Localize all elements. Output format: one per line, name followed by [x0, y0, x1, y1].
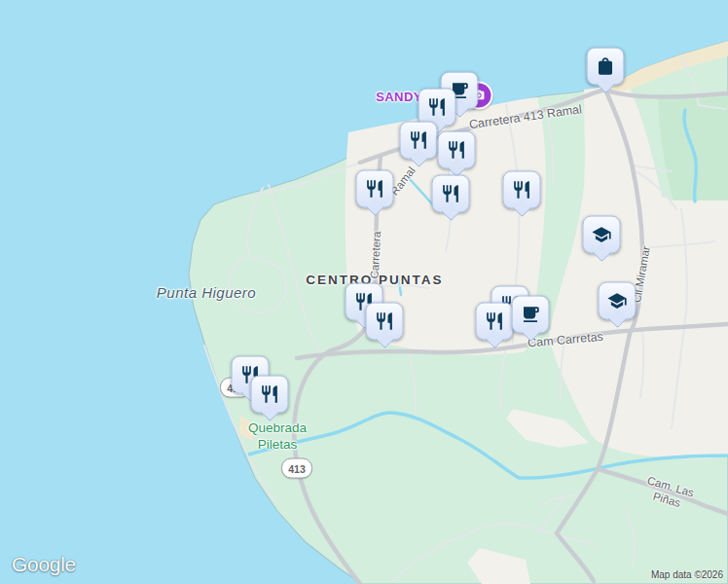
restaurant-marker[interactable]: [251, 376, 289, 414]
shopping-bag-icon: [596, 56, 616, 77]
map-attribution: Map data ©2026: [651, 569, 723, 580]
restaurant-marker[interactable]: [503, 171, 541, 209]
pin-tail: [592, 243, 611, 263]
restaurant-marker[interactable]: [476, 303, 514, 341]
cafe-marker[interactable]: [512, 296, 550, 334]
restaurant-marker[interactable]: [400, 122, 438, 160]
pin-tail: [260, 403, 279, 422]
pin-tail: [409, 149, 428, 168]
coffee-cup-icon: [521, 305, 541, 325]
restaurant-marker[interactable]: [356, 170, 394, 208]
fork-knife-icon: [441, 184, 461, 204]
fork-knife-icon: [512, 180, 532, 201]
fork-knife-icon: [365, 179, 385, 200]
pin-tail: [441, 202, 460, 222]
school-marker[interactable]: [599, 282, 637, 320]
graduation-cap-icon: [592, 225, 612, 245]
pin-tail: [512, 199, 531, 218]
school-marker[interactable]: [583, 216, 621, 254]
pin-tail: [596, 75, 615, 94]
restaurant-marker[interactable]: [366, 303, 404, 341]
pin-tail: [365, 198, 384, 217]
google-logo[interactable]: Google: [12, 553, 76, 576]
fork-knife-icon: [409, 130, 429, 151]
fork-knife-icon: [485, 311, 505, 332]
markers-layer: 413413: [0, 0, 728, 584]
fork-knife-icon: [375, 311, 395, 332]
fork-knife-icon: [427, 97, 448, 118]
restaurant-marker[interactable]: [438, 131, 476, 169]
pin-tail: [521, 323, 540, 343]
restaurant-marker[interactable]: [432, 175, 470, 213]
pin-tail: [375, 330, 394, 349]
fork-knife-icon: [447, 140, 467, 161]
bag-marker[interactable]: [587, 48, 625, 86]
route-badge-413: 413: [281, 458, 312, 479]
map-canvas[interactable]: SANDYCarretera 413 RamalRamalCarreteraCE…: [0, 0, 728, 584]
fork-knife-icon: [260, 384, 280, 405]
pin-tail: [607, 310, 627, 329]
pin-tail: [485, 330, 504, 349]
graduation-cap-icon: [607, 291, 628, 311]
